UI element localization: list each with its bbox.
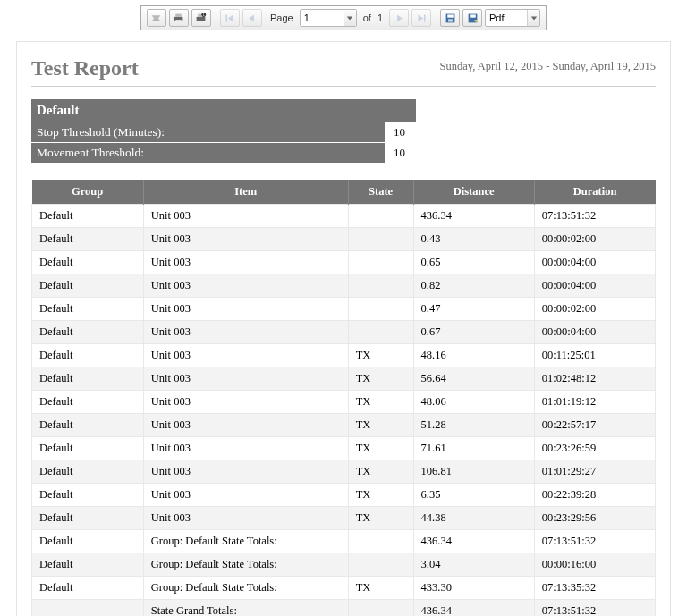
cell-item: Unit 003 [143, 205, 348, 228]
cell-distance: 106.81 [413, 460, 534, 484]
page-label: Page [270, 13, 293, 23]
cell-item: Unit 003 [143, 507, 348, 530]
svg-rect-2 [176, 20, 182, 22]
param-value: 10 [385, 122, 414, 142]
cell-distance: 0.43 [413, 228, 534, 251]
cell-state: TX [348, 437, 413, 460]
table-row: DefaultUnit 0030.4700:00:02:00 [32, 298, 656, 321]
table-row: DefaultUnit 003TX71.6100:23:26:59 [32, 437, 656, 460]
cell-group [32, 600, 144, 617]
page-number-input[interactable] [301, 10, 344, 26]
cell-duration: 01:01:29:27 [534, 460, 655, 484]
cell-distance: 433.30 [413, 577, 534, 600]
cell-item: Group: Default State Totals: [143, 553, 348, 577]
cell-duration: 00:00:02:00 [534, 298, 655, 321]
options-icon[interactable] [147, 9, 166, 27]
cell-duration: 00:23:26:59 [534, 437, 655, 460]
cell-state [348, 274, 413, 298]
cell-duration: 00:00:04:00 [534, 251, 655, 274]
cell-item: Unit 003 [143, 484, 348, 507]
svg-rect-8 [447, 14, 454, 17]
page-number-combo[interactable] [300, 9, 357, 27]
table-row: DefaultUnit 003TX48.0601:01:19:12 [32, 391, 656, 414]
table-row: DefaultUnit 003TX6.3500:22:39:28 [32, 484, 656, 507]
cell-duration: 00:23:29:56 [534, 507, 655, 530]
cell-distance: 0.82 [413, 274, 534, 298]
cell-item: Unit 003 [143, 274, 348, 298]
cell-item: Unit 003 [143, 344, 348, 367]
col-item: Item [143, 180, 348, 205]
table-row: DefaultUnit 003TX51.2800:22:57:17 [32, 414, 656, 437]
cell-group: Default [32, 344, 144, 367]
cell-group: Default [32, 553, 144, 577]
cell-item: Unit 003 [143, 437, 348, 460]
cell-state [348, 553, 413, 577]
page-title: Test Report [31, 56, 139, 80]
svg-rect-1 [176, 13, 182, 16]
format-combo[interactable] [485, 9, 540, 27]
cell-state: TX [348, 507, 413, 530]
table-row: DefaultUnit 0030.8200:00:04:00 [32, 274, 656, 298]
parameters-header: Default [31, 99, 416, 122]
cell-group: Default [32, 298, 144, 321]
table-row: DefaultUnit 0030.6700:00:04:00 [32, 321, 656, 344]
cell-state: TX [348, 391, 413, 414]
svg-rect-9 [448, 19, 453, 21]
last-page-icon[interactable] [411, 9, 431, 27]
print-report-icon[interactable]: 1 [191, 9, 211, 27]
cell-state: TX [348, 367, 413, 391]
format-dropdown-icon[interactable] [527, 10, 539, 26]
cell-duration: 00:00:02:00 [534, 228, 655, 251]
cell-state: TX [348, 344, 413, 367]
first-page-icon[interactable] [220, 9, 240, 27]
cell-state: TX [348, 414, 413, 437]
cell-state [348, 228, 413, 251]
cell-item: Unit 003 [143, 298, 348, 321]
cell-group: Default [32, 321, 144, 344]
table-row: DefaultUnit 003TX106.8101:01:29:27 [32, 460, 656, 484]
format-input[interactable] [486, 10, 527, 26]
cell-duration: 01:02:48:12 [534, 367, 655, 391]
cell-duration: 01:01:19:12 [534, 391, 655, 414]
cell-group: Default [32, 577, 144, 600]
param-label: Stop Threshold (Minutes): [31, 122, 385, 142]
cell-distance: 3.04 [413, 553, 534, 577]
export-icon[interactable] [462, 9, 482, 27]
cell-distance: 0.47 [413, 298, 534, 321]
prev-page-icon[interactable] [242, 9, 262, 27]
cell-item: Unit 003 [143, 251, 348, 274]
cell-item: Unit 003 [143, 321, 348, 344]
cell-group: Default [32, 460, 144, 484]
table-row: DefaultUnit 003TX48.1600:11:25:01 [32, 344, 656, 367]
cell-distance: 56.64 [413, 367, 534, 391]
cell-group: Default [32, 484, 144, 507]
cell-distance: 0.67 [413, 321, 534, 344]
table-row: DefaultUnit 003TX44.3800:23:29:56 [32, 507, 656, 530]
cell-distance: 51.28 [413, 414, 534, 437]
parameters-block: Default Stop Threshold (Minutes): 10 Mov… [31, 99, 416, 164]
total-pages: 1 [377, 13, 383, 23]
cell-item: State Grand Totals: [143, 600, 348, 617]
cell-distance: 436.34 [413, 205, 534, 228]
next-page-icon[interactable] [389, 9, 409, 27]
cell-state: TX [348, 577, 413, 600]
print-icon[interactable] [169, 9, 189, 27]
save-icon[interactable] [440, 9, 460, 27]
cell-duration: 07:13:51:32 [534, 205, 655, 228]
report-table: Group Item State Distance Duration Defau… [31, 180, 656, 616]
table-row: State Grand Totals:436.3407:13:51:32 [32, 600, 656, 617]
cell-group: Default [32, 391, 144, 414]
table-row: DefaultUnit 003TX56.6401:02:48:12 [32, 367, 656, 391]
page-dropdown-icon[interactable] [344, 10, 356, 26]
cell-item: Group: Default State Totals: [143, 577, 348, 600]
divider [31, 86, 656, 87]
cell-state [348, 530, 413, 553]
cell-state [348, 321, 413, 344]
cell-duration: 07:13:51:32 [534, 600, 655, 617]
cell-group: Default [32, 507, 144, 530]
of-label: of [363, 13, 371, 23]
cell-distance: 48.16 [413, 344, 534, 367]
cell-group: Default [32, 205, 144, 228]
cell-distance: 71.61 [413, 437, 534, 460]
cell-group: Default [32, 251, 144, 274]
